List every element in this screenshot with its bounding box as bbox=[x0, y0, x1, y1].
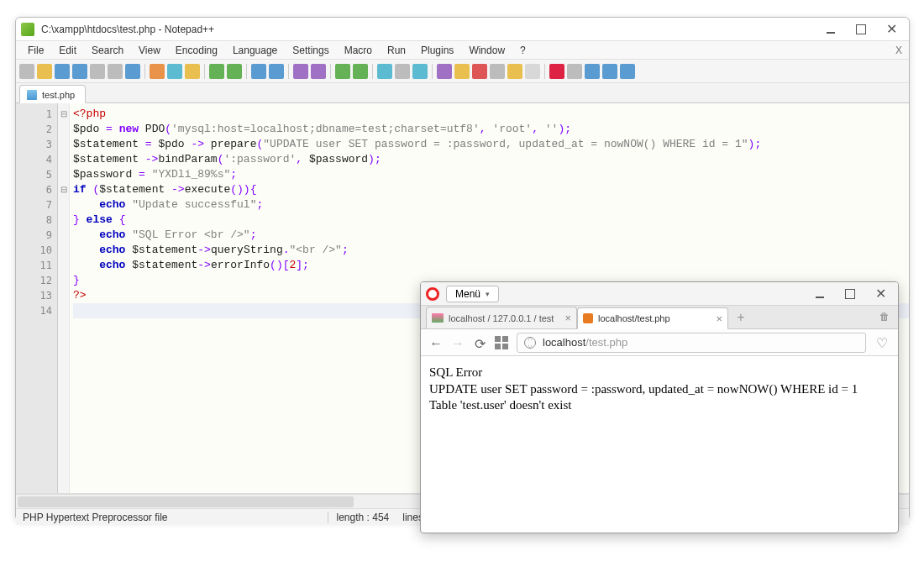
fold-column[interactable]: ⊟⊟ bbox=[58, 103, 70, 493]
bookmark-heart-icon[interactable]: ♡ bbox=[874, 335, 890, 350]
output-line: UPDATE user SET password = :password, up… bbox=[429, 381, 890, 398]
udl-icon[interactable] bbox=[437, 64, 452, 79]
close-all-icon[interactable] bbox=[108, 64, 123, 79]
indent-guide-icon[interactable] bbox=[412, 64, 428, 79]
speed-dial-icon[interactable] bbox=[495, 336, 508, 349]
menu-view[interactable]: View bbox=[132, 43, 167, 58]
maximize-button[interactable] bbox=[844, 288, 856, 300]
xampp-favicon bbox=[583, 313, 593, 323]
open-file-icon[interactable] bbox=[37, 64, 52, 79]
macro-play-icon[interactable] bbox=[585, 64, 600, 79]
sync-v-icon[interactable] bbox=[335, 64, 350, 79]
browser-tab-test-php[interactable]: localhost/test.php × bbox=[577, 307, 728, 329]
document-tabs: test.php bbox=[16, 83, 909, 103]
toolbar bbox=[16, 60, 909, 83]
sync-h-icon[interactable] bbox=[353, 64, 368, 79]
menu-search[interactable]: Search bbox=[85, 43, 130, 58]
word-wrap-icon[interactable] bbox=[377, 64, 392, 79]
replace-icon[interactable] bbox=[269, 64, 284, 79]
opera-menu-button[interactable]: Menü ▾ bbox=[446, 286, 499, 302]
save-all-icon[interactable] bbox=[72, 64, 87, 79]
tab-label: localhost/test.php bbox=[598, 313, 670, 323]
chevron-down-icon: ▾ bbox=[486, 290, 490, 298]
folder-workspace-icon[interactable] bbox=[507, 64, 522, 79]
redo-icon[interactable] bbox=[227, 64, 242, 79]
address-bar-row: ← → ⟳ localhost/test.php ♡ bbox=[421, 329, 898, 356]
menu-help[interactable]: ? bbox=[513, 43, 533, 58]
close-file-icon[interactable] bbox=[90, 64, 105, 79]
window-title: C:\xampp\htdocs\test.php - Notepad++ bbox=[41, 24, 825, 35]
menu-file[interactable]: File bbox=[21, 43, 50, 58]
maximize-button[interactable] bbox=[855, 24, 867, 35]
title-bar[interactable]: C:\xampp\htdocs\test.php - Notepad++ ✕ bbox=[16, 18, 909, 41]
all-chars-icon[interactable] bbox=[395, 64, 410, 79]
page-content: SQL Error UPDATE user SET password = :pa… bbox=[421, 356, 898, 423]
tab-label: test.php bbox=[42, 90, 75, 100]
monitor-icon[interactable] bbox=[525, 64, 540, 79]
browser-tab-phpmyadmin[interactable]: localhost / 127.0.0.1 / test × bbox=[426, 307, 577, 328]
paste-icon[interactable] bbox=[185, 64, 200, 79]
browser-window-controls: ✕ bbox=[814, 288, 893, 300]
window-controls: ✕ bbox=[825, 24, 904, 35]
line-number-gutter: 1234567891011121314 bbox=[16, 103, 58, 493]
zoom-out-icon[interactable] bbox=[311, 64, 326, 79]
undo-icon[interactable] bbox=[209, 64, 224, 79]
print-icon[interactable] bbox=[125, 64, 140, 79]
menu-window[interactable]: Window bbox=[462, 43, 512, 58]
address-bar[interactable]: localhost/test.php bbox=[517, 333, 866, 353]
tab-close-icon[interactable]: × bbox=[564, 312, 571, 324]
menu-settings[interactable]: Settings bbox=[286, 43, 335, 58]
new-file-icon[interactable] bbox=[19, 64, 34, 79]
tab-label: localhost / 127.0.0.1 / test bbox=[449, 313, 554, 323]
tab-test-php[interactable]: test.php bbox=[19, 85, 86, 103]
back-button[interactable]: ← bbox=[429, 336, 443, 349]
doc-list-icon[interactable] bbox=[472, 64, 487, 79]
menu-run[interactable]: Run bbox=[381, 43, 412, 58]
close-button[interactable]: ✕ bbox=[874, 288, 886, 300]
save-icon[interactable] bbox=[55, 64, 70, 79]
forward-button[interactable]: → bbox=[451, 336, 465, 349]
find-icon[interactable] bbox=[251, 64, 266, 79]
zoom-in-icon[interactable] bbox=[293, 64, 308, 79]
minimize-button[interactable] bbox=[814, 288, 826, 300]
doc-map-icon[interactable] bbox=[454, 64, 470, 79]
macro-play-multi-icon[interactable] bbox=[602, 64, 617, 79]
globe-icon bbox=[524, 337, 536, 349]
output-line: SQL Error bbox=[429, 365, 890, 381]
macro-record-icon[interactable] bbox=[549, 64, 564, 79]
tab-close-icon[interactable]: × bbox=[716, 312, 722, 325]
phpmyadmin-favicon bbox=[432, 313, 444, 323]
menu-bar: File Edit Search View Encoding Language … bbox=[16, 41, 909, 60]
close-button[interactable]: ✕ bbox=[885, 24, 897, 35]
url-text: localhost/test.php bbox=[543, 336, 627, 349]
browser-title-bar[interactable]: Menü ▾ ✕ bbox=[421, 282, 898, 306]
minimize-button[interactable] bbox=[825, 24, 837, 35]
menu-edit[interactable]: Edit bbox=[52, 43, 83, 58]
new-tab-button[interactable]: + bbox=[733, 310, 748, 325]
app-icon bbox=[21, 23, 34, 36]
browser-window: Menü ▾ ✕ localhost / 127.0.0.1 / test × … bbox=[420, 281, 899, 533]
menubar-close-icon[interactable]: X bbox=[895, 45, 902, 56]
menu-encoding[interactable]: Encoding bbox=[169, 43, 224, 58]
file-icon bbox=[27, 90, 37, 100]
status-language: PHP Hypertext Preprocessor file bbox=[23, 512, 168, 523]
menu-plugins[interactable]: Plugins bbox=[414, 43, 460, 58]
macro-stop-icon[interactable] bbox=[567, 64, 582, 79]
cut-icon[interactable] bbox=[150, 64, 165, 79]
menu-language[interactable]: Language bbox=[226, 43, 284, 58]
closed-tabs-icon[interactable]: 🗑 bbox=[879, 311, 893, 324]
output-line: Table 'test.user' doesn't exist bbox=[429, 397, 890, 414]
browser-tab-bar: localhost / 127.0.0.1 / test × localhost… bbox=[421, 306, 898, 329]
copy-icon[interactable] bbox=[167, 64, 182, 79]
menu-macro[interactable]: Macro bbox=[338, 43, 379, 58]
menu-label: Menü bbox=[455, 288, 480, 300]
reload-button[interactable]: ⟳ bbox=[473, 336, 486, 349]
func-list-icon[interactable] bbox=[490, 64, 505, 79]
opera-icon bbox=[426, 287, 439, 301]
macro-save-icon[interactable] bbox=[620, 64, 635, 79]
status-length: length : 454 bbox=[337, 512, 390, 523]
